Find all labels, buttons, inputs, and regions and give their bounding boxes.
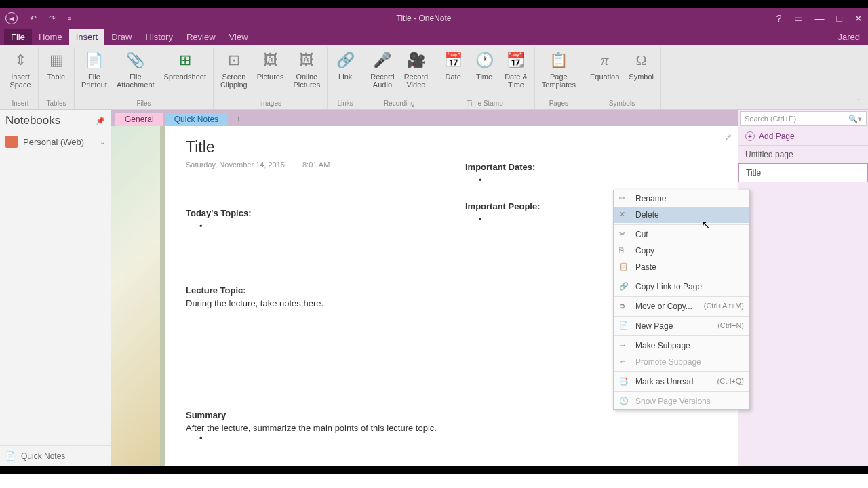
menubar: File Home Insert Draw History Review Vie… — [0, 28, 868, 45]
minimize-icon[interactable]: — — [815, 13, 825, 24]
table-button[interactable]: ▦Table — [41, 47, 71, 98]
ctx-copy[interactable]: ⎘Copy — [614, 243, 749, 259]
tab-home[interactable]: Home — [32, 29, 69, 45]
search-icon[interactable]: 🔍▾ — [848, 115, 862, 123]
summary-label: Summary — [186, 410, 438, 420]
date-button[interactable]: 📅Date — [438, 47, 468, 98]
ctx-make-subpage[interactable]: →Make Subpage — [614, 338, 749, 354]
close-icon[interactable]: ✕ — [854, 13, 863, 24]
add-page-button[interactable]: + Add Page — [738, 127, 868, 146]
bullet-item[interactable] — [186, 221, 438, 231]
screen-clipping-button[interactable]: ⊡Screen Clipping — [216, 47, 252, 98]
section-tabs: General Quick Notes + — [111, 110, 738, 126]
online-pictures-button[interactable]: 🖼Online Pictures — [289, 47, 324, 98]
bullet-item[interactable] — [465, 175, 717, 185]
help-icon[interactable]: ? — [776, 13, 782, 24]
ctx-mark-unread[interactable]: 📑Mark as Unread(Ctrl+Q) — [614, 373, 749, 390]
maximize-icon[interactable]: □ — [837, 13, 842, 24]
ctx-cut[interactable]: ✂Cut — [614, 226, 749, 243]
notebook-item[interactable]: Personal (Web) ⌄ — [0, 131, 111, 152]
ctx-rename[interactable]: ✏Rename — [614, 190, 749, 207]
ctx-delete[interactable]: ✕Delete — [614, 207, 749, 223]
pictures-button[interactable]: 🖼Pictures — [253, 47, 288, 98]
back-button[interactable]: ◂ — [5, 12, 18, 24]
ctx-new-page[interactable]: 📄New Page(Ctrl+N) — [614, 318, 749, 334]
ctx-promote-subpage: ←Promote Subpage — [614, 354, 749, 370]
page-templates-button[interactable]: 📋Page Templates — [538, 47, 580, 98]
bullet-item[interactable] — [186, 433, 438, 443]
important-dates-label: Important Dates: — [465, 162, 717, 172]
spreadsheet-button[interactable]: ⊞Spreadsheet — [160, 47, 210, 98]
date-time-button[interactable]: 📆Date & Time — [500, 47, 532, 98]
summary-body[interactable]: After the lecture, summarize the main po… — [186, 423, 438, 433]
notebooks-sidebar: Notebooks 📌 Personal (Web) ⌄ 📄 Quick Not… — [0, 110, 111, 466]
tab-draw[interactable]: Draw — [104, 29, 138, 45]
titlebar: ◂ ↶ ↷ ≡ Title - OneNote ? ▭ — □ ✕ — [0, 8, 868, 28]
link-button[interactable]: 🔗Link — [330, 47, 360, 98]
ribbon: ⇕Insert Space Insert ▦Table Tables 📄File… — [0, 45, 868, 110]
ctx-show-versions: 🕓Show Page Versions — [614, 393, 749, 409]
quicknotes-icon: 📄 — [5, 451, 16, 461]
page-title[interactable]: Title — [186, 138, 717, 157]
notebook-name: Personal (Web) — [23, 137, 84, 147]
lecture-body[interactable]: During the lecture, take notes here. — [186, 298, 438, 308]
equation-button[interactable]: πEquation — [586, 47, 623, 98]
undo-icon[interactable]: ↶ — [30, 14, 37, 23]
collapse-ribbon-icon[interactable]: ˆ — [852, 96, 865, 109]
search-input[interactable]: Search (Ctrl+E) 🔍▾ — [740, 111, 867, 126]
page-list-item[interactable]: Untitled page — [738, 146, 868, 163]
symbol-button[interactable]: ΩSymbol — [625, 47, 658, 98]
todays-topics-label: Today's Topics: — [186, 208, 438, 218]
section-tab-general[interactable]: General — [115, 113, 163, 126]
page-list-item[interactable]: Title — [738, 163, 868, 182]
time-button[interactable]: 🕐Time — [469, 47, 499, 98]
tab-insert[interactable]: Insert — [69, 29, 105, 45]
ctx-move-copy[interactable]: ➲Move or Copy...(Ctrl+Alt+M) — [614, 298, 749, 314]
section-tab-quicknotes[interactable]: Quick Notes — [165, 113, 228, 126]
quicknotes-button[interactable]: 📄 Quick Notes — [0, 445, 111, 466]
pages-sidebar: Search (Ctrl+E) 🔍▾ + Add Page Untitled p… — [738, 110, 868, 466]
record-audio-button[interactable]: 🎤Record Audio — [366, 47, 398, 98]
notebooks-header: Notebooks — [5, 114, 60, 127]
page-margin-decoration — [111, 126, 165, 466]
tab-review[interactable]: Review — [180, 29, 222, 45]
record-video-button[interactable]: 🎥Record Video — [400, 47, 432, 98]
ctx-paste[interactable]: 📋Paste — [614, 259, 749, 275]
plus-icon: + — [745, 131, 755, 141]
context-menu: ✏Rename ✕Delete ✂Cut ⎘Copy 📋Paste 🔗Copy … — [613, 190, 750, 410]
window-title: Title - OneNote — [71, 14, 776, 23]
fullscreen-icon[interactable]: ▭ — [794, 13, 803, 24]
redo-icon[interactable]: ↷ — [49, 14, 56, 23]
notebook-icon — [5, 136, 18, 148]
lecture-topic-label: Lecture Topic: — [186, 285, 438, 296]
ctx-copy-link[interactable]: 🔗Copy Link to Page — [614, 279, 749, 295]
file-attachment-button[interactable]: 📎File Attachment — [113, 47, 159, 98]
file-printout-button[interactable]: 📄File Printout — [77, 47, 111, 98]
tab-history[interactable]: History — [139, 29, 180, 45]
tab-file[interactable]: File — [4, 29, 32, 45]
tab-view[interactable]: View — [222, 29, 255, 45]
chevron-down-icon[interactable]: ⌄ — [100, 138, 105, 146]
add-section-button[interactable]: + — [229, 113, 248, 126]
user-name[interactable]: Jared — [837, 32, 864, 42]
pin-icon[interactable]: 📌 — [96, 117, 105, 125]
insert-space-button[interactable]: ⇕Insert Space — [5, 47, 35, 98]
expand-icon[interactable]: ⤢ — [724, 131, 732, 142]
